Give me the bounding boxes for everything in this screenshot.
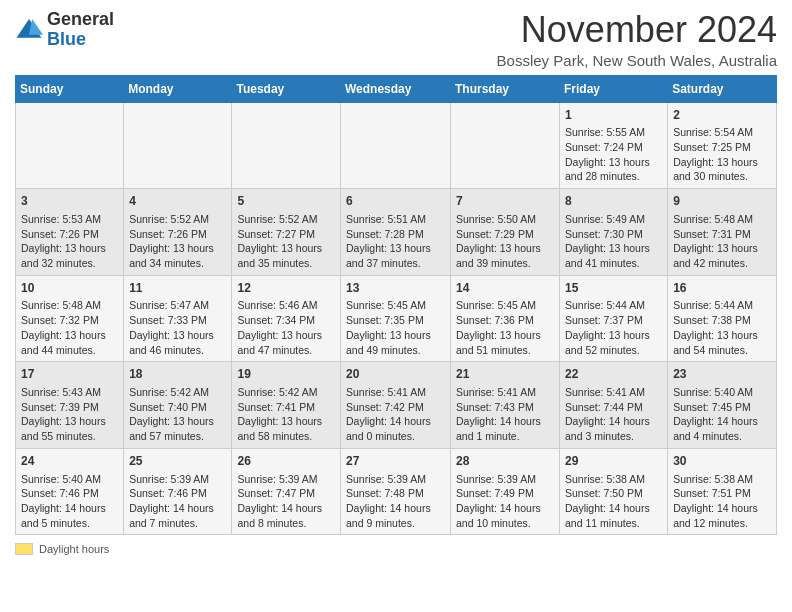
day-number: 29 — [565, 453, 662, 470]
day-info: Sunset: 7:51 PM — [673, 486, 771, 501]
day-number: 21 — [456, 366, 554, 383]
day-info: Sunrise: 5:52 AM — [237, 212, 335, 227]
legend-label: Daylight hours — [39, 543, 109, 555]
day-info: Sunset: 7:26 PM — [129, 227, 226, 242]
day-info: Sunrise: 5:39 AM — [456, 472, 554, 487]
day-info: Daylight: 14 hours and 1 minute. — [456, 414, 554, 443]
day-header-monday: Monday — [124, 75, 232, 102]
day-number: 23 — [673, 366, 771, 383]
day-info: Daylight: 13 hours and 44 minutes. — [21, 328, 118, 357]
day-info: Sunrise: 5:52 AM — [129, 212, 226, 227]
day-info: Sunrise: 5:42 AM — [237, 385, 335, 400]
day-header-wednesday: Wednesday — [341, 75, 451, 102]
day-info: Sunset: 7:47 PM — [237, 486, 335, 501]
day-info: Sunrise: 5:47 AM — [129, 298, 226, 313]
day-info: Sunrise: 5:38 AM — [673, 472, 771, 487]
svg-marker-1 — [29, 19, 43, 35]
day-info: Daylight: 13 hours and 28 minutes. — [565, 155, 662, 184]
day-info: Daylight: 13 hours and 37 minutes. — [346, 241, 445, 270]
calendar-cell: 12Sunrise: 5:46 AMSunset: 7:34 PMDayligh… — [232, 275, 341, 362]
day-number: 10 — [21, 280, 118, 297]
logo-icon — [15, 16, 43, 44]
day-info: Daylight: 13 hours and 52 minutes. — [565, 328, 662, 357]
day-info: Daylight: 13 hours and 49 minutes. — [346, 328, 445, 357]
day-number: 15 — [565, 280, 662, 297]
day-info: Sunset: 7:35 PM — [346, 313, 445, 328]
day-info: Daylight: 13 hours and 35 minutes. — [237, 241, 335, 270]
day-info: Daylight: 13 hours and 32 minutes. — [21, 241, 118, 270]
day-header-thursday: Thursday — [451, 75, 560, 102]
day-info: Sunset: 7:25 PM — [673, 140, 771, 155]
calendar-cell — [341, 102, 451, 189]
day-info: Sunrise: 5:54 AM — [673, 125, 771, 140]
day-info: Daylight: 14 hours and 0 minutes. — [346, 414, 445, 443]
day-header-saturday: Saturday — [668, 75, 777, 102]
day-info: Sunrise: 5:41 AM — [456, 385, 554, 400]
calendar-week-row: 10Sunrise: 5:48 AMSunset: 7:32 PMDayligh… — [16, 275, 777, 362]
day-info: Daylight: 13 hours and 41 minutes. — [565, 241, 662, 270]
calendar-cell: 24Sunrise: 5:40 AMSunset: 7:46 PMDayligh… — [16, 448, 124, 535]
day-info: Sunrise: 5:53 AM — [21, 212, 118, 227]
day-info: Sunrise: 5:42 AM — [129, 385, 226, 400]
calendar-week-row: 24Sunrise: 5:40 AMSunset: 7:46 PMDayligh… — [16, 448, 777, 535]
day-info: Sunset: 7:33 PM — [129, 313, 226, 328]
day-info: Sunrise: 5:50 AM — [456, 212, 554, 227]
day-info: Daylight: 13 hours and 34 minutes. — [129, 241, 226, 270]
calendar-cell: 29Sunrise: 5:38 AMSunset: 7:50 PMDayligh… — [560, 448, 668, 535]
day-info: Sunset: 7:43 PM — [456, 400, 554, 415]
day-info: Sunrise: 5:55 AM — [565, 125, 662, 140]
day-info: Sunset: 7:40 PM — [129, 400, 226, 415]
day-info: Sunset: 7:45 PM — [673, 400, 771, 415]
logo-blue: Blue — [47, 29, 86, 49]
day-number: 4 — [129, 193, 226, 210]
day-info: Daylight: 14 hours and 9 minutes. — [346, 501, 445, 530]
day-number: 13 — [346, 280, 445, 297]
day-info: Sunset: 7:46 PM — [129, 486, 226, 501]
calendar-week-row: 17Sunrise: 5:43 AMSunset: 7:39 PMDayligh… — [16, 362, 777, 449]
day-info: Daylight: 14 hours and 7 minutes. — [129, 501, 226, 530]
calendar-cell: 22Sunrise: 5:41 AMSunset: 7:44 PMDayligh… — [560, 362, 668, 449]
calendar-cell: 9Sunrise: 5:48 AMSunset: 7:31 PMDaylight… — [668, 189, 777, 276]
day-info: Sunrise: 5:41 AM — [346, 385, 445, 400]
day-number: 24 — [21, 453, 118, 470]
day-number: 7 — [456, 193, 554, 210]
calendar-cell: 23Sunrise: 5:40 AMSunset: 7:45 PMDayligh… — [668, 362, 777, 449]
day-number: 11 — [129, 280, 226, 297]
calendar-cell: 4Sunrise: 5:52 AMSunset: 7:26 PMDaylight… — [124, 189, 232, 276]
day-number: 12 — [237, 280, 335, 297]
day-info: Sunset: 7:37 PM — [565, 313, 662, 328]
day-info: Sunset: 7:41 PM — [237, 400, 335, 415]
day-info: Sunset: 7:31 PM — [673, 227, 771, 242]
day-info: Sunrise: 5:40 AM — [673, 385, 771, 400]
day-info: Sunrise: 5:44 AM — [565, 298, 662, 313]
day-info: Daylight: 13 hours and 47 minutes. — [237, 328, 335, 357]
day-info: Daylight: 14 hours and 5 minutes. — [21, 501, 118, 530]
day-info: Daylight: 13 hours and 58 minutes. — [237, 414, 335, 443]
calendar-cell — [124, 102, 232, 189]
calendar-cell: 17Sunrise: 5:43 AMSunset: 7:39 PMDayligh… — [16, 362, 124, 449]
day-number: 18 — [129, 366, 226, 383]
day-number: 16 — [673, 280, 771, 297]
day-info: Sunrise: 5:48 AM — [673, 212, 771, 227]
logo-text: General Blue — [47, 10, 114, 50]
day-info: Daylight: 14 hours and 12 minutes. — [673, 501, 771, 530]
page-header: General Blue November 2024 Bossley Park,… — [15, 10, 777, 69]
calendar-cell: 2Sunrise: 5:54 AMSunset: 7:25 PMDaylight… — [668, 102, 777, 189]
day-info: Sunrise: 5:41 AM — [565, 385, 662, 400]
legend-color — [15, 543, 33, 555]
day-number: 1 — [565, 107, 662, 124]
calendar-cell — [451, 102, 560, 189]
calendar-cell: 11Sunrise: 5:47 AMSunset: 7:33 PMDayligh… — [124, 275, 232, 362]
day-info: Sunrise: 5:43 AM — [21, 385, 118, 400]
calendar-week-row: 3Sunrise: 5:53 AMSunset: 7:26 PMDaylight… — [16, 189, 777, 276]
day-info: Sunrise: 5:44 AM — [673, 298, 771, 313]
day-info: Sunset: 7:26 PM — [21, 227, 118, 242]
day-info: Sunset: 7:27 PM — [237, 227, 335, 242]
day-info: Sunset: 7:49 PM — [456, 486, 554, 501]
day-info: Sunrise: 5:39 AM — [129, 472, 226, 487]
calendar-cell — [16, 102, 124, 189]
day-number: 28 — [456, 453, 554, 470]
day-info: Daylight: 13 hours and 54 minutes. — [673, 328, 771, 357]
day-info: Sunrise: 5:45 AM — [346, 298, 445, 313]
day-info: Sunset: 7:32 PM — [21, 313, 118, 328]
